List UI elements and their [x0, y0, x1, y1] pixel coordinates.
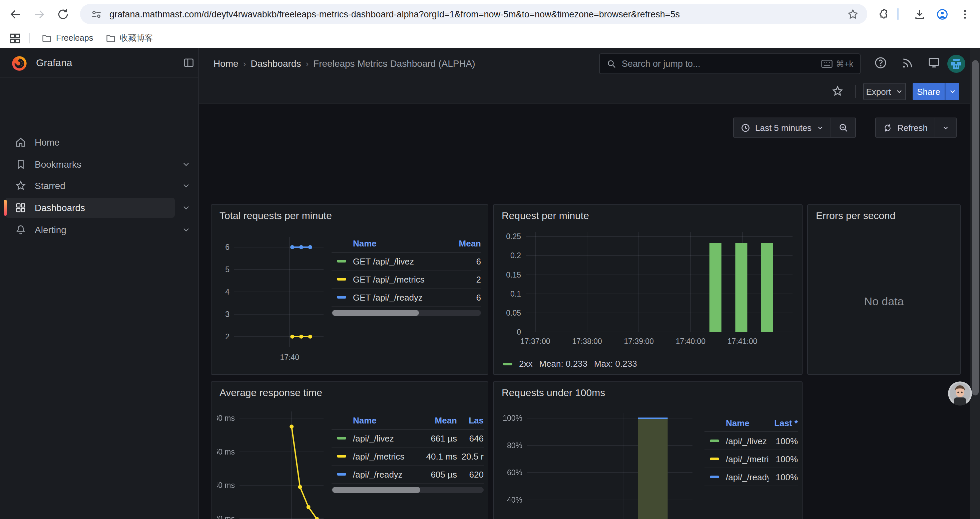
- brand-name: Grafana: [36, 57, 72, 68]
- timeseries-chart[interactable]: 80 ms60 ms40 ms20 ms0 s17:40: [217, 405, 329, 519]
- panel-title[interactable]: Requests under 100ms: [502, 387, 605, 398]
- browser-menu-icon[interactable]: [955, 5, 974, 23]
- bar-chart[interactable]: 0.250.20.150.10.05017:37:0017:38:0017:39…: [499, 225, 798, 353]
- download-icon[interactable]: [910, 5, 929, 23]
- news-rss-icon[interactable]: [900, 56, 915, 71]
- dashboard-toolbar: Export Share: [199, 80, 980, 104]
- help-icon[interactable]: [874, 56, 889, 71]
- sidebar-item-starred[interactable]: Starred: [5, 176, 175, 196]
- panel-title[interactable]: Request per minute: [502, 210, 589, 221]
- panel-title[interactable]: Average response time: [220, 387, 322, 398]
- breadcrumb-home[interactable]: Home: [213, 58, 239, 69]
- chevron-down-icon[interactable]: [181, 160, 191, 169]
- sidebar-item-home[interactable]: Home: [5, 132, 175, 152]
- legend-scrollbar[interactable]: [332, 487, 484, 493]
- series-color-yellow: [710, 458, 719, 460]
- sidebar-item-label: Starred: [35, 180, 65, 191]
- legend-header[interactable]: Name Last *: [705, 414, 798, 432]
- legend-row[interactable]: GET /api/_/metrics 2: [332, 270, 481, 289]
- breadcrumb-current: Freeleaps Metrics Dashboard (ALPHA): [313, 58, 475, 69]
- sidebar-item-alerting[interactable]: Alerting: [5, 220, 175, 240]
- svg-text:2: 2: [225, 332, 229, 341]
- refresh-button[interactable]: Refresh: [876, 118, 934, 137]
- sidebar-item-label: Alerting: [35, 224, 66, 235]
- sidebar: Grafana Home Bookmarks: [0, 48, 199, 519]
- favorite-star-icon[interactable]: [831, 85, 844, 97]
- refresh-interval-button[interactable]: [935, 118, 956, 137]
- bookmark-icon: [15, 158, 27, 170]
- reload-button[interactable]: [53, 5, 72, 23]
- export-button[interactable]: Export: [863, 83, 906, 100]
- share-button[interactable]: Share: [913, 83, 945, 100]
- page-scrollbar[interactable]: [970, 48, 980, 519]
- series-color-blue: [337, 473, 346, 476]
- url-bar[interactable]: grafana.mathmast.com/d/deytv4rwavabkb/fr…: [80, 4, 867, 24]
- bookmark-label: 收藏博客: [120, 32, 153, 44]
- toolbar-divider: [897, 8, 899, 20]
- chevron-down-icon[interactable]: [181, 225, 191, 235]
- legend-row[interactable]: GET /api/_/livez 6: [332, 252, 481, 270]
- panel-request-per-minute: Request per minute 0.250.20.150.10.05017…: [493, 204, 803, 375]
- bookmark-folder-blogs[interactable]: 收藏博客: [99, 31, 159, 45]
- chevron-down-icon: [895, 88, 903, 96]
- search-placeholder: Search or jump to...: [622, 59, 821, 69]
- legend-row[interactable]: GET /api/_/readyz 6: [332, 289, 481, 307]
- refresh-label: Refresh: [897, 123, 928, 133]
- legend-header[interactable]: Name Mean Las: [332, 412, 484, 430]
- kiosk-monitor-icon[interactable]: [927, 56, 942, 71]
- search-input[interactable]: Search or jump to... ⌘+k: [599, 53, 861, 74]
- legend-row[interactable]: /api/_/livez 100%: [705, 432, 798, 450]
- legend-row[interactable]: /api/_/readyz 605 µs 620: [332, 466, 484, 484]
- main-area: Home › Dashboards › Freeleaps Metrics Da…: [199, 48, 980, 519]
- series-name[interactable]: 2xx: [519, 359, 532, 369]
- panel-title[interactable]: Errors per second: [816, 210, 895, 221]
- scrollbar-thumb[interactable]: [332, 487, 420, 493]
- scrollbar-thumb[interactable]: [332, 310, 419, 316]
- folder-icon: [105, 33, 116, 43]
- area-chart[interactable]: 100%80%60%40%20%0%17:40: [499, 406, 699, 519]
- time-range-button[interactable]: Last 5 minutes: [734, 118, 830, 137]
- refresh-picker[interactable]: Refresh: [875, 118, 956, 137]
- share-menu-button[interactable]: [945, 83, 959, 100]
- folder-icon: [41, 33, 52, 43]
- timeseries-chart[interactable]: 6543217:40: [217, 229, 329, 371]
- svg-text:100%: 100%: [503, 414, 522, 423]
- forward-button[interactable]: [30, 5, 49, 23]
- bookmark-star-icon[interactable]: [843, 5, 862, 23]
- bookmark-label: Freeleaps: [56, 34, 93, 43]
- star-icon: [15, 180, 27, 192]
- dock-sidebar-icon[interactable]: [183, 57, 195, 69]
- sidebar-item-dashboards[interactable]: Dashboards: [5, 198, 175, 218]
- svg-text:0.15: 0.15: [506, 270, 521, 279]
- chevron-down-icon[interactable]: [181, 203, 191, 212]
- scrollbar-thumb[interactable]: [972, 60, 978, 395]
- svg-text:3: 3: [225, 310, 229, 319]
- legend-row[interactable]: /api/_/metrics 100%: [705, 450, 798, 468]
- legend-row[interactable]: /api/_/readyz 100%: [705, 468, 798, 486]
- sidebar-item-label: Bookmarks: [35, 159, 81, 170]
- grafana-app: Grafana Home Bookmarks: [0, 48, 980, 519]
- legend-row[interactable]: /api/_/livez 661 µs 646: [332, 430, 484, 447]
- panel-title[interactable]: Total requests per minute: [220, 210, 332, 221]
- url-text[interactable]: grafana.mathmast.com/d/deytv4rwavabkb/fr…: [110, 9, 843, 19]
- application-window: grafana.mathmast.com/d/deytv4rwavabkb/fr…: [0, 0, 980, 519]
- legend-mean: Mean: 0.233: [539, 359, 587, 369]
- extensions-icon[interactable]: [874, 5, 892, 23]
- floating-assistant-avatar[interactable]: [948, 382, 972, 406]
- zoom-out-button[interactable]: [831, 118, 855, 137]
- legend-row[interactable]: /api/_/metrics 40.1 ms 20.5 r: [332, 447, 484, 466]
- user-avatar[interactable]: [947, 55, 965, 73]
- breadcrumb-dashboards[interactable]: Dashboards: [250, 58, 301, 69]
- site-settings-icon[interactable]: [87, 5, 105, 23]
- profile-avatar-icon[interactable]: [932, 5, 951, 23]
- apps-grid-icon[interactable]: [5, 29, 24, 48]
- time-range-picker[interactable]: Last 5 minutes: [733, 118, 856, 137]
- sidebar-item-bookmarks[interactable]: Bookmarks: [5, 154, 175, 174]
- legend-header[interactable]: Name Mean: [332, 235, 481, 252]
- bookmark-folder-freeleaps[interactable]: Freeleaps: [35, 31, 99, 45]
- refresh-icon: [883, 123, 892, 133]
- svg-text:60%: 60%: [507, 468, 522, 477]
- chevron-down-icon[interactable]: [181, 181, 191, 190]
- back-button[interactable]: [5, 5, 24, 23]
- legend-scrollbar[interactable]: [332, 310, 481, 316]
